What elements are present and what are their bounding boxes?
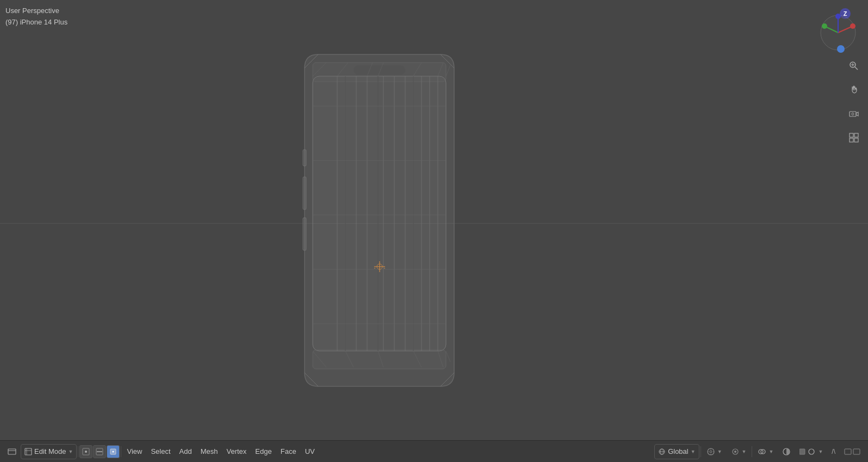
mode-dropdown-icon: ▼ — [69, 449, 73, 454]
separator-4 — [752, 446, 752, 457]
menu-view[interactable]: View — [122, 444, 146, 459]
separator-3 — [700, 446, 701, 457]
svg-rect-63 — [854, 133, 858, 137]
svg-rect-68 — [25, 448, 32, 455]
transform-dropdown-icon: ▼ — [691, 449, 696, 454]
separator-2 — [121, 446, 121, 457]
phone-model — [283, 52, 462, 389]
hand-icon[interactable] — [845, 81, 863, 98]
menu-vertex[interactable]: Vertex — [222, 444, 251, 459]
vertex-mode-btn[interactable] — [79, 445, 92, 458]
navigation-gizmo[interactable]: Z — [814, 5, 863, 54]
workspace-icon[interactable] — [3, 444, 21, 459]
svg-rect-62 — [850, 133, 853, 137]
proportional-dropdown: ▼ — [742, 449, 747, 454]
svg-point-55 — [837, 45, 845, 53]
svg-rect-2 — [354, 65, 405, 75]
select-mode-group — [79, 445, 120, 458]
snap-dropdown: ▼ — [717, 449, 722, 454]
separator-1 — [78, 446, 78, 457]
svg-point-50 — [850, 23, 855, 29]
svg-rect-0 — [313, 76, 446, 351]
svg-point-54 — [835, 14, 841, 19]
svg-rect-64 — [850, 138, 853, 142]
camera-icon[interactable] — [845, 105, 863, 122]
svg-text:Z: Z — [844, 10, 847, 17]
mode-label: Edit Mode — [34, 447, 66, 455]
shading-dropdown: ▼ — [818, 449, 823, 454]
phone-wireframe-svg — [283, 52, 462, 389]
svg-rect-65 — [854, 138, 858, 142]
svg-point-76 — [113, 451, 114, 452]
face-mode-btn[interactable] — [107, 445, 120, 458]
svg-rect-66 — [8, 449, 16, 454]
svg-point-61 — [852, 113, 854, 115]
perspective-label: User Perspective — [5, 5, 67, 17]
svg-rect-22 — [303, 177, 306, 210]
svg-rect-23 — [303, 218, 306, 250]
svg-point-92 — [809, 449, 814, 454]
svg-rect-60 — [850, 112, 856, 116]
bottom-toolbar: Edit Mode ▼ View — [0, 440, 868, 462]
grid-icon[interactable] — [845, 129, 863, 146]
mode-selector[interactable]: Edit Mode ▼ — [21, 444, 77, 459]
shading-mode-group[interactable]: ▼ — [795, 444, 827, 459]
svg-line-57 — [855, 67, 858, 70]
right-toolbar — [845, 57, 863, 146]
svg-point-52 — [822, 23, 827, 29]
menu-select[interactable]: Select — [146, 444, 175, 459]
menu-uv[interactable]: UV — [301, 444, 319, 459]
svg-point-72 — [85, 451, 87, 453]
menu-face[interactable]: Face — [276, 444, 301, 459]
svg-rect-21 — [303, 150, 306, 166]
object-label: (97) iPhone 14 Plus — [5, 17, 67, 28]
svg-point-87 — [734, 451, 736, 453]
svg-rect-94 — [853, 449, 860, 454]
svg-rect-93 — [845, 449, 851, 454]
viewport-info: User Perspective (97) iPhone 14 Plus — [5, 5, 67, 28]
render-option[interactable]: /\ — [827, 444, 840, 459]
zoom-icon[interactable] — [845, 57, 863, 75]
transform-label: Global — [668, 447, 689, 455]
viewport-shading-btn[interactable] — [778, 444, 795, 459]
svg-rect-91 — [799, 449, 805, 454]
window-controls[interactable] — [840, 444, 865, 459]
transform-selector[interactable]: Global ▼ — [654, 444, 699, 459]
proportional-btn[interactable]: ▼ — [727, 444, 751, 459]
menu-edge[interactable]: Edge — [251, 444, 276, 459]
snap-btn[interactable]: ▼ — [702, 444, 727, 459]
overlay-btn[interactable]: ▼ — [753, 444, 778, 459]
edge-mode-btn[interactable] — [93, 445, 106, 458]
svg-rect-3 — [313, 350, 446, 369]
3d-viewport[interactable]: User Perspective (97) iPhone 14 Plus — [0, 0, 868, 440]
menu-mesh[interactable]: Mesh — [196, 444, 222, 459]
svg-point-81 — [710, 451, 712, 453]
menu-add[interactable]: Add — [175, 444, 196, 459]
